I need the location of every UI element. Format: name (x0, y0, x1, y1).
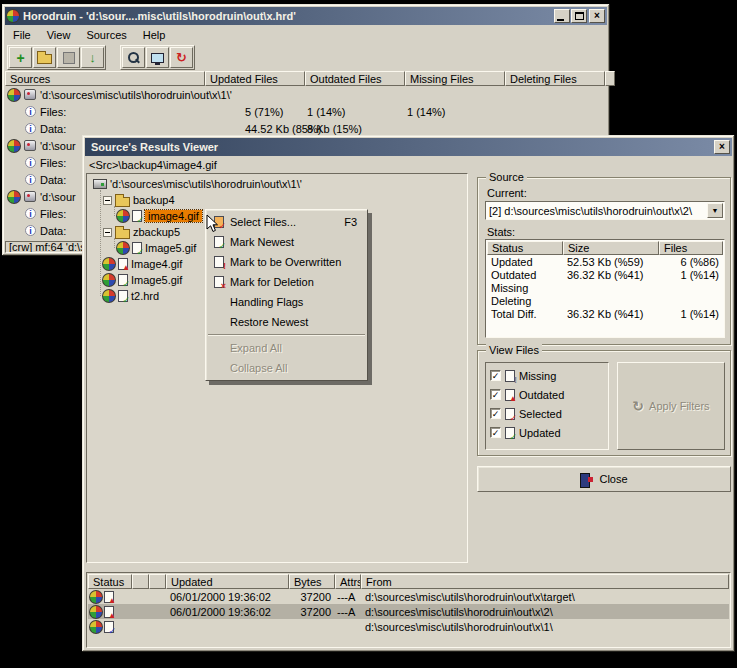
stats-col-files[interactable]: Files (659, 241, 723, 255)
from-cell: d:\sources\misc\utils\horodruin\out\x\1\ (361, 621, 729, 633)
checkbox-checked[interactable]: ✓ (490, 427, 501, 438)
files-label: Files: (40, 106, 66, 118)
source-group-label: Source (486, 171, 527, 183)
menu-sources[interactable]: Sources (78, 27, 134, 43)
col-header-sources[interactable]: Sources (5, 71, 205, 86)
attrs-cell: ---A (335, 591, 361, 603)
close-icon: × (719, 142, 725, 152)
main-column-headers: Sources Updated Files Outdated Files Mis… (5, 71, 607, 86)
remove-source-button[interactable] (57, 47, 80, 68)
source-row-1[interactable]: 'd:\sources\misc\utils\horodruin\out\x\1… (5, 86, 607, 103)
apply-filters-button[interactable]: ↻ Apply Filters (617, 362, 725, 450)
filter-label: Updated (519, 427, 561, 439)
tree-item-label: Image4.gif (131, 258, 182, 270)
col-header-missing[interactable]: Missing Files (405, 71, 505, 86)
menu-view[interactable]: View (39, 27, 79, 43)
stat-files: 1 (%14) (659, 269, 723, 281)
ft-col-status[interactable]: Status (88, 574, 132, 589)
menu-item-label: Mark to be Overwritten (230, 256, 365, 268)
menu-help[interactable]: Help (135, 27, 174, 43)
pie-icon (8, 140, 20, 152)
tree-item-image4-selected[interactable]: ✓ image4.gif (117, 208, 202, 224)
maximize-button[interactable] (571, 9, 587, 23)
menu-item-mark-newest[interactable]: ✓ Mark Newest (206, 232, 367, 252)
filter-outdated[interactable]: ✓ ▲ Outdated (490, 385, 564, 404)
import-button[interactable]: ↓ (81, 47, 104, 68)
data-label: Data: (40, 174, 66, 186)
tree-item-label: t2.hrd (131, 290, 159, 302)
checkbox-checked[interactable]: ✓ (490, 389, 501, 400)
tree-item-backup4[interactable]: backup4 (103, 192, 175, 208)
stat-status: Total Diff. (487, 308, 563, 320)
tree-item-zbackup5[interactable]: zbackup5 (103, 224, 180, 240)
tree-item-t2hrd[interactable]: ✓ t2.hrd (103, 288, 159, 304)
main-toolbar: + ↓ ↻ (5, 44, 607, 71)
download-icon: ↓ (89, 50, 96, 65)
updated-mark-icon: ✓ (122, 280, 130, 288)
file-result-row-selected[interactable]: ▲ 06/01/2000 19:36:02 37200 ---A d:\sour… (88, 604, 729, 619)
synchronize-button[interactable]: ↻ (170, 47, 193, 68)
ft-col-updated[interactable]: Updated (166, 574, 289, 589)
dialog-close-button[interactable]: × (714, 140, 730, 154)
filter-selected[interactable]: ✓ ✓ Selected (490, 404, 562, 423)
menu-item-restore-newest[interactable]: Restore Newest (206, 312, 367, 332)
tree-item-root[interactable]: 'd:\sources\misc\utils\horodruin\out\x\1… (93, 176, 302, 192)
ft-col-flag1[interactable] (132, 574, 149, 589)
tree-item-image5gif[interactable]: ✓ Image5.gif (103, 272, 182, 288)
collapse-expander-icon[interactable] (103, 228, 112, 237)
view-results-button[interactable] (146, 47, 169, 68)
combobox-value: [2] d:\sources\misc\utils\horodruin\out\… (486, 205, 706, 217)
menu-item-label: Handling Flags (230, 296, 365, 308)
menu-file[interactable]: File (5, 27, 39, 43)
info-icon: i (25, 123, 36, 134)
combobox-dropdown-button[interactable]: ▼ (707, 203, 723, 218)
checkbox-checked[interactable]: ✓ (490, 408, 501, 419)
ft-col-attrs[interactable]: Attrs (335, 574, 361, 589)
outdated-file-icon: ▲ (505, 389, 515, 401)
filter-missing[interactable]: ✓ ! Missing (490, 366, 556, 385)
file-icon: ✓ (132, 210, 142, 222)
menu-item-handling-flags[interactable]: Handling Flags (206, 292, 367, 312)
dialog-titlebar[interactable]: Source's Results Viewer × (85, 138, 732, 156)
tree-item-image4gif[interactable]: ▲ Image4.gif (103, 256, 182, 272)
menu-item-label: Collapse All (230, 362, 365, 374)
ft-col-flag2[interactable] (149, 574, 166, 589)
dialog-title: Source's Results Viewer (91, 141, 714, 153)
col-header-outdated[interactable]: Outdated Files (305, 71, 405, 86)
stat-size: 36.32 Kb (%41) (563, 269, 659, 281)
file-result-row[interactable]: ▲ 06/01/2000 19:36:02 37200 ---A d:\sour… (88, 589, 729, 604)
stat-status: Updated (487, 256, 563, 268)
menu-item-mark-overwritten[interactable]: ! Mark to be Overwritten (206, 252, 367, 272)
results-viewer-dialog: Source's Results Viewer × <Src>\backup4\… (82, 135, 735, 652)
ft-col-from[interactable]: From (361, 574, 729, 589)
menu-item-label: Mark for Deletion (230, 276, 365, 288)
filter-updated[interactable]: ✓ ✓ Updated (490, 423, 561, 442)
pie-icon (90, 591, 102, 603)
tree-item-image5-child[interactable]: ✓ Image5.gif (117, 240, 196, 256)
menu-item-mark-deletion[interactable]: × Mark for Deletion (206, 272, 367, 292)
source-path: 'd:\sour (40, 191, 76, 203)
file-result-row[interactable]: ✓ d:\sources\misc\utils\horodruin\out\x\… (88, 619, 729, 634)
analyse-button[interactable] (122, 47, 145, 68)
close-button[interactable]: × (589, 9, 605, 23)
close-dialog-button[interactable]: Close (477, 466, 731, 492)
menu-item-select-files[interactable]: ✓ Select Files... F3 (206, 212, 367, 232)
updated-mark-icon: ✓ (136, 248, 144, 256)
stats-col-size[interactable]: Size (563, 241, 659, 255)
close-button-label: Close (599, 473, 627, 485)
ft-col-bytes[interactable]: Bytes (289, 574, 335, 589)
open-folder-button[interactable] (33, 47, 56, 68)
main-titlebar[interactable]: Horodruin - 'd:\sour....misc\utils\horod… (5, 7, 607, 25)
files-missing-value: 1 (14%) (407, 106, 446, 118)
folder-icon (37, 54, 52, 64)
add-source-button[interactable]: + (9, 47, 32, 68)
col-header-updated[interactable]: Updated Files (205, 71, 305, 86)
menu-item-label: Select Files... (230, 216, 344, 228)
col-header-deleting[interactable]: Deleting Files (505, 71, 605, 86)
current-source-combobox[interactable]: [2] d:\sources\misc\utils\horodruin\out\… (485, 201, 725, 220)
stats-col-status[interactable]: Status (487, 241, 563, 255)
checkbox-checked[interactable]: ✓ (490, 370, 501, 381)
tree-guide-line (100, 190, 101, 296)
collapse-expander-icon[interactable] (103, 196, 112, 205)
minimize-button[interactable] (554, 9, 570, 23)
